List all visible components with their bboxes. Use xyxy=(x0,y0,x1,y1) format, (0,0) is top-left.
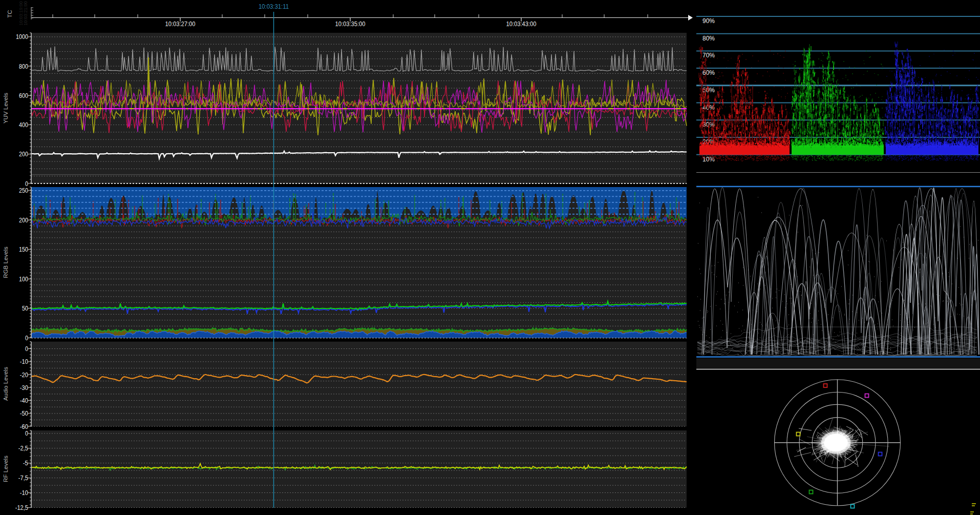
svg-text:-5: -5 xyxy=(23,459,28,467)
svg-text:80%: 80% xyxy=(702,34,715,42)
svg-text:600: 600 xyxy=(19,92,28,99)
svg-text:90%: 90% xyxy=(702,17,715,25)
svg-text:RGB Levels: RGB Levels xyxy=(3,246,9,278)
svg-text:0: 0 xyxy=(25,345,28,353)
svg-text:1000: 1000 xyxy=(16,33,28,40)
svg-text:Audio Levels: Audio Levels xyxy=(3,367,9,401)
svg-text:0: 0 xyxy=(25,180,28,188)
svg-text:70%: 70% xyxy=(702,51,715,59)
svg-text:10:03:21:00: 10:03:21:00 xyxy=(23,1,28,26)
svg-text:200: 200 xyxy=(19,216,28,224)
svg-text:10:03:27:00: 10:03:27:00 xyxy=(165,20,196,28)
svg-text:10:03:31:11: 10:03:31:11 xyxy=(259,3,289,10)
svg-text:YUV Levels: YUV Levels xyxy=(3,93,9,123)
svg-text:-40: -40 xyxy=(20,397,28,404)
svg-text:0: 0 xyxy=(25,429,28,437)
svg-text:-20: -20 xyxy=(20,371,28,379)
svg-text:-10: -10 xyxy=(20,489,28,497)
svg-text:TC: TC xyxy=(7,10,13,17)
svg-text:10:03:43:00: 10:03:43:00 xyxy=(506,20,537,28)
svg-text:-2,5: -2,5 xyxy=(18,444,28,452)
svg-text:-12,5: -12,5 xyxy=(15,504,28,511)
svg-text:-10: -10 xyxy=(20,358,28,365)
svg-text:100: 100 xyxy=(19,275,28,283)
svg-text:RF Levels: RF Levels xyxy=(3,456,9,482)
svg-text:-30: -30 xyxy=(20,384,28,392)
svg-text:400: 400 xyxy=(19,121,28,129)
svg-text:50: 50 xyxy=(22,304,28,312)
svg-text:10:03:35:00: 10:03:35:00 xyxy=(335,20,366,28)
svg-text:-7,5: -7,5 xyxy=(18,474,28,482)
svg-text:60%: 60% xyxy=(702,69,715,76)
svg-text:10%: 10% xyxy=(702,155,715,163)
svg-text:800: 800 xyxy=(19,63,28,70)
svg-text:250: 250 xyxy=(19,187,28,194)
svg-text:150: 150 xyxy=(19,245,28,253)
svg-text:200: 200 xyxy=(19,150,28,158)
svg-text:0: 0 xyxy=(25,334,28,342)
svg-text:-50: -50 xyxy=(20,409,28,417)
